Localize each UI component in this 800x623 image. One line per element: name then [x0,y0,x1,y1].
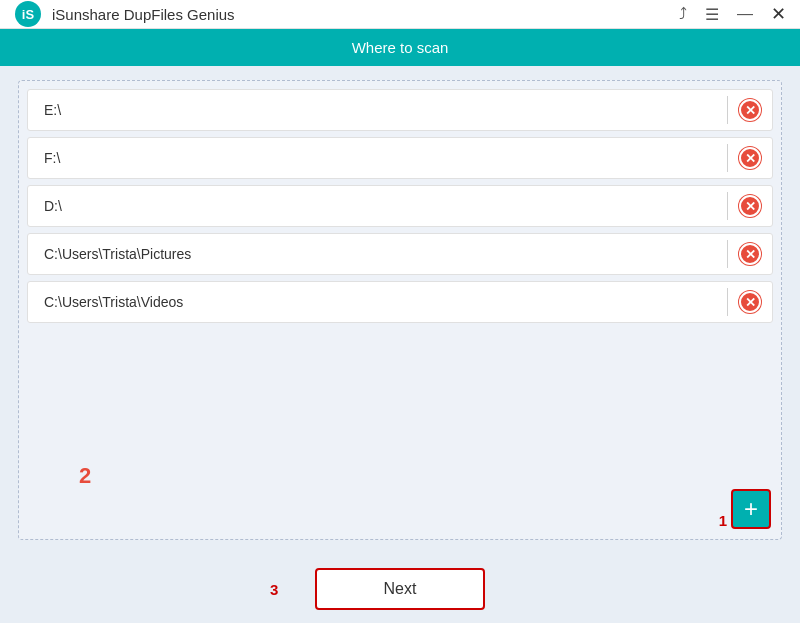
minimize-icon[interactable]: — [737,5,753,23]
scan-item: C:\Users\Trista\Videos✕ [27,281,773,323]
window-controls: ⤴ ☰ — ✕ [679,3,786,25]
scan-items-list: E:\✕F:\✕D:\✕C:\Users\Trista\Pictures✕C:\… [27,89,773,323]
close-icon[interactable]: ✕ [771,3,786,25]
menu-icon[interactable]: ☰ [705,5,719,24]
remove-item-button[interactable]: ✕ [728,291,772,313]
remove-icon: ✕ [739,195,761,217]
title-bar: iS iSunshare DupFiles Genius ⤴ ☰ — ✕ [0,0,800,29]
step-1-badge: 1 [719,512,727,529]
remove-icon: ✕ [739,147,761,169]
app-logo: iS [14,0,42,28]
section-header: Where to scan [0,29,800,66]
section-title: Where to scan [352,39,449,56]
scan-list-container: E:\✕F:\✕D:\✕C:\Users\Trista\Pictures✕C:\… [18,80,782,540]
main-content: E:\✕F:\✕D:\✕C:\Users\Trista\Pictures✕C:\… [0,66,800,552]
scan-item: E:\✕ [27,89,773,131]
remove-item-button[interactable]: ✕ [728,99,772,121]
remove-icon: ✕ [739,291,761,313]
scan-item-path: D:\ [28,198,727,214]
share-icon[interactable]: ⤴ [679,5,687,23]
app-title: iSunshare DupFiles Genius [52,6,679,23]
step-3-badge: 3 [270,581,278,598]
add-folder-button[interactable]: + [731,489,771,529]
remove-item-button[interactable]: ✕ [728,147,772,169]
next-button[interactable]: Next [315,568,485,610]
scan-item-path: E:\ [28,102,727,118]
bottom-bar: 3 Next [0,552,800,623]
scan-item-path: F:\ [28,150,727,166]
add-button-container: + [731,489,771,529]
scan-item: D:\✕ [27,185,773,227]
remove-icon: ✕ [739,243,761,265]
scan-item-path: C:\Users\Trista\Pictures [28,246,727,262]
scan-item: C:\Users\Trista\Pictures✕ [27,233,773,275]
remove-item-button[interactable]: ✕ [728,195,772,217]
scan-item-path: C:\Users\Trista\Videos [28,294,727,310]
step-2-badge: 2 [79,463,91,489]
remove-item-button[interactable]: ✕ [728,243,772,265]
scan-item: F:\✕ [27,137,773,179]
svg-text:iS: iS [22,7,35,22]
remove-icon: ✕ [739,99,761,121]
